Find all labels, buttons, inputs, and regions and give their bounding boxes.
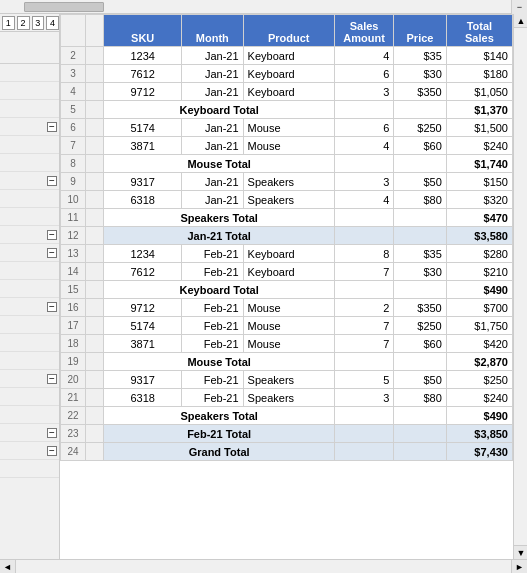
sku-cell: 5174 (104, 119, 182, 137)
month-cell: Feb-21 (181, 389, 243, 407)
table-row: 65174Jan-21Mouse6$250$1,500 (61, 119, 513, 137)
col-header-price: Price (394, 15, 447, 47)
row-number: 6 (61, 119, 86, 137)
outline-minus-btn[interactable]: − (47, 302, 57, 312)
row-number: 24 (61, 443, 86, 461)
subtotal-label: Speakers Total (104, 407, 335, 425)
row-number: 7 (61, 137, 86, 155)
col-a-cell (86, 83, 104, 101)
outline-minus-btn[interactable]: − (47, 122, 57, 132)
outline-level-1[interactable]: 1 (2, 16, 15, 30)
col-a-cell (86, 299, 104, 317)
scroll-down-btn[interactable]: ▼ (514, 545, 527, 559)
total-cell: $240 (446, 137, 512, 155)
price-cell (394, 443, 447, 461)
outline-row: − (0, 172, 59, 190)
outline-rows-container: −−−−−−−− (0, 64, 59, 559)
col-a-cell (86, 101, 104, 119)
row-number: 3 (61, 65, 86, 83)
month-cell: Jan-21 (181, 65, 243, 83)
sales-cell: 7 (334, 335, 393, 353)
total-cell: $240 (446, 389, 512, 407)
price-cell (394, 407, 447, 425)
col-a-cell (86, 137, 104, 155)
sales-cell (334, 353, 393, 371)
outline-row: − (0, 370, 59, 388)
sku-cell: 1234 (104, 245, 182, 263)
product-cell: Mouse (243, 317, 334, 335)
scroll-left-btn[interactable]: ◄ (0, 560, 16, 574)
outline-row (0, 136, 59, 154)
scroll-right-btn[interactable]: − (511, 0, 527, 14)
sku-cell: 9317 (104, 173, 182, 191)
table-row: 12Jan-21 Total$3,580 (61, 227, 513, 245)
scrollbar-thumb[interactable] (24, 2, 104, 12)
sku-cell: 6318 (104, 389, 182, 407)
outline-level-3[interactable]: 3 (32, 16, 45, 30)
product-cell: Keyboard (243, 245, 334, 263)
month-cell: Feb-21 (181, 371, 243, 389)
table-row: 49712Jan-21Keyboard3$350$1,050 (61, 83, 513, 101)
outline-level-4[interactable]: 4 (46, 16, 59, 30)
product-cell: Mouse (243, 137, 334, 155)
outline-minus-btn[interactable]: − (47, 176, 57, 186)
outline-row: − (0, 244, 59, 262)
table-row: 24Grand Total$7,430 (61, 443, 513, 461)
total-cell: $150 (446, 173, 512, 191)
outline-rows-area: −−−−−−−− (0, 32, 59, 559)
outline-row (0, 316, 59, 334)
subtotal-label: Mouse Total (104, 353, 335, 371)
price-cell (394, 227, 447, 245)
total-cell: $210 (446, 263, 512, 281)
row-number: 18 (61, 335, 86, 353)
scroll-right-btn2[interactable]: ► (511, 560, 527, 574)
price-cell: $30 (394, 263, 447, 281)
spreadsheet: − 1 2 3 4 −−−−−−−− (0, 0, 527, 573)
top-scrollbar: − (0, 0, 527, 14)
outline-row: − (0, 442, 59, 460)
total-cell: $320 (446, 191, 512, 209)
sales-cell: 7 (334, 263, 393, 281)
subtotal-label: Jan-21 Total (104, 227, 335, 245)
product-cell: Speakers (243, 371, 334, 389)
price-cell: $350 (394, 299, 447, 317)
col-header-rownum (61, 15, 86, 47)
total-cell: $1,050 (446, 83, 512, 101)
total-cell: $1,740 (446, 155, 512, 173)
sales-cell: 4 (334, 191, 393, 209)
table-row: 5Keyboard Total$1,370 (61, 101, 513, 119)
outline-row (0, 190, 59, 208)
outline-minus-btn[interactable]: − (47, 230, 57, 240)
product-cell: Keyboard (243, 47, 334, 65)
col-a-cell (86, 443, 104, 461)
product-cell: Mouse (243, 119, 334, 137)
table-row: 147612Feb-21Keyboard7$30$210 (61, 263, 513, 281)
sales-cell: 4 (334, 137, 393, 155)
price-cell (394, 425, 447, 443)
row-number: 22 (61, 407, 86, 425)
table-row: 99317Jan-21Speakers3$50$150 (61, 173, 513, 191)
table-row: 216318Feb-21Speakers3$80$240 (61, 389, 513, 407)
row-number: 13 (61, 245, 86, 263)
outline-row (0, 388, 59, 406)
right-scrollbar[interactable]: ▲ ▼ (513, 14, 527, 559)
outline-minus-btn[interactable]: − (47, 446, 57, 456)
bottom-scrollbar: ◄ ► (0, 559, 527, 573)
outline-level-2[interactable]: 2 (17, 16, 30, 30)
subtotal-label: Feb-21 Total (104, 425, 335, 443)
scroll-up-btn[interactable]: ▲ (514, 14, 527, 28)
price-cell: $250 (394, 317, 447, 335)
month-cell: Jan-21 (181, 119, 243, 137)
sales-cell: 3 (334, 389, 393, 407)
table-row: 175174Feb-21Mouse7$250$1,750 (61, 317, 513, 335)
subtotal-label: Speakers Total (104, 209, 335, 227)
outline-row (0, 154, 59, 172)
row-number: 15 (61, 281, 86, 299)
subtotal-label: Keyboard Total (104, 281, 335, 299)
outline-minus-btn[interactable]: − (47, 248, 57, 258)
outline-minus-btn[interactable]: − (47, 374, 57, 384)
total-cell: $3,580 (446, 227, 512, 245)
outline-minus-btn[interactable]: − (47, 428, 57, 438)
month-cell: Feb-21 (181, 317, 243, 335)
row-number: 12 (61, 227, 86, 245)
